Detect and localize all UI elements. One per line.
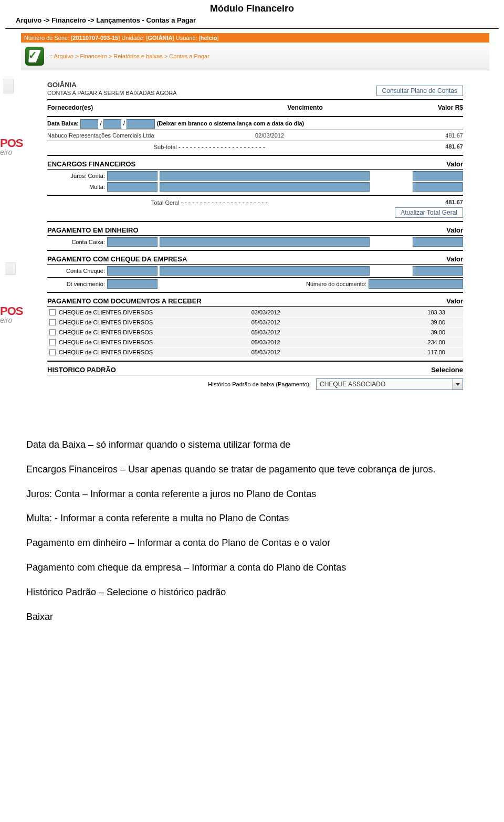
multa-desc-input[interactable] [160,182,370,192]
atualizar-total-button[interactable]: Atualizar Total Geral [395,207,463,218]
doc-row[interactable]: CHEQUE de CLIENTES DIVERSOS 05/03/2012 2… [47,338,463,347]
instr-line: Histórico Padrão – Selecione o histórico… [26,585,478,600]
decoration [5,262,16,275]
conta-cheque-valor-input[interactable] [413,266,463,276]
doc-name: CHEQUE de CLIENTES DIVERSOS [59,329,248,335]
encargos-title: ENCARGOS FINANCEIROS [47,160,135,168]
subtotal-value: 481.67 [372,143,463,151]
doc-path: Arquivo -> Financeiro -> Lançamentos - C… [16,16,504,24]
juros-label: Juros: Conta: [47,173,105,179]
doc-row[interactable]: CHEQUE de CLIENTES DIVERSOS 05/03/2012 3… [47,318,463,328]
chevron-down-icon[interactable] [452,379,463,389]
instr-line: Data da Baixa – só informar quando o sis… [26,437,478,452]
valor-label: Valor [446,255,463,263]
divider [5,28,499,29]
dt-venc-input[interactable] [107,279,158,289]
doc-row[interactable]: CHEQUE de CLIENTES DIVERSOS 05/03/2012 3… [47,328,463,338]
decoration [3,79,14,93]
instr-line: Encargos Financeiros – Usar apenas quand… [26,462,478,477]
dots: - - - - - - - - - - - - - - - - - - - - … [181,199,267,206]
fornecedor-date: 02/03/2012 [255,132,355,139]
hist-select-value: CHEQUE ASSOCIADO [317,381,452,388]
doc-date: 05/03/2012 [251,329,350,335]
multa-conta-input[interactable] [107,182,158,192]
fornecedor-name: Nabuco Representações Comerciais Ltda [47,132,238,139]
unit-label: Unidade: [121,35,144,41]
pag-cheque-title: PAGAMENTO COM CHEQUE DA EMPRESA [47,255,187,263]
doc-date: 03/03/2012 [251,309,350,315]
num-doc-label: Número do documento: [306,281,366,287]
col-fornecedor: Fornecedor(es) [47,104,238,111]
consultar-plano-button[interactable]: Consultar Plano de Contas [376,86,463,96]
serial-value: 20110707-093-15 [72,35,118,41]
wm-text: POS [0,136,17,150]
doc-date: 05/03/2012 [251,349,350,355]
col-vencimento: Vencimento [255,104,355,111]
juros-conta-input[interactable] [107,171,158,181]
dots: - - - - - - - - - - - - - - - - - - - - … [178,143,265,151]
subtotal-label: Sub-total [154,144,177,150]
serial-label: Número de Série: [24,35,69,41]
info-bar: Número de Série: [20110707-093-15] Unida… [21,33,489,43]
data-baixa-day-input[interactable] [80,119,98,129]
wm-text: eiro [0,316,17,324]
breadcrumb: :: Arquivo > Financeiro > Relatórios e b… [49,53,209,59]
conta-cheque-desc-input[interactable] [160,266,370,276]
pag-dinheiro-title: PAGAMENTO EM DINHEIRO [47,226,139,234]
conta-caixa-valor-input[interactable] [413,237,463,247]
conta-caixa-desc-input[interactable] [160,237,370,247]
doc-name: CHEQUE de CLIENTES DIVERSOS [59,319,248,325]
data-baixa-month-input[interactable] [103,119,121,129]
total-label: Total Geral [151,199,179,206]
instr-line: Juros: Conta – Informar a conta referent… [26,487,478,502]
wm-text: eiro [0,148,17,156]
instr-line: Pagamento em dinheiro – Informar a conta… [26,535,478,551]
app-logo-icon [25,47,44,66]
checkbox[interactable] [49,319,56,325]
docs-list: CHEQUE de CLIENTES DIVERSOS 03/03/2012 1… [47,308,463,357]
doc-value: 183.33 [353,309,461,315]
doc-row[interactable]: CHEQUE de CLIENTES DIVERSOS 05/03/2012 1… [47,347,463,357]
num-doc-input[interactable] [369,279,463,289]
valor-label: Valor [446,297,463,305]
conta-caixa-label: Conta Caixa: [47,239,105,245]
doc-name: CHEQUE de CLIENTES DIVERSOS [59,309,248,315]
doc-value: 117.00 [353,349,461,355]
dt-venc-label: Dt vencimento: [47,281,105,287]
valor-label: Valor [446,226,463,234]
unit-name: GOIÂNIA [47,81,177,89]
hist-select[interactable]: CHEQUE ASSOCIADO [316,378,463,390]
instr-line: Pagamento com cheque da empresa – Inform… [26,560,478,575]
hist-title: HISTORICO PADRÃO [47,366,116,374]
toolbar: :: Arquivo > Financeiro > Relatórios e b… [21,43,489,70]
instr-line: Baixar [26,609,478,625]
checkbox[interactable] [49,309,56,315]
checkbox[interactable] [49,329,56,335]
juros-desc-input[interactable] [160,171,370,181]
watermark: POS eiro [0,304,17,324]
checkbox[interactable] [49,339,56,345]
conta-cheque-input[interactable] [107,266,158,276]
hist-selecione: Selecione [431,366,463,374]
valor-label: Valor [446,160,463,168]
doc-value: 234.00 [353,339,461,345]
multa-valor-input[interactable] [413,182,463,192]
doc-value: 39.00 [353,329,461,335]
instructions: Data da Baixa – só informar quando o sis… [26,437,478,624]
data-baixa-year-input[interactable] [127,119,155,129]
doc-date: 05/03/2012 [251,319,350,325]
doc-name: CHEQUE de CLIENTES DIVERSOS [59,339,248,345]
wm-text: POS [0,304,17,318]
doc-title: Módulo Financeiro [0,3,504,14]
hist-label: Histórico Padrão de baixa (Pagamento): [47,381,311,387]
checkbox[interactable] [49,349,56,355]
fornecedor-value: 481.67 [372,132,463,139]
conta-cheque-label: Conta Cheque: [47,268,105,274]
doc-date: 05/03/2012 [251,339,350,345]
data-baixa-hint: (Deixar em branco o sistema lança com a … [157,120,304,127]
conta-caixa-input[interactable] [107,237,158,247]
total-value: 481.67 [372,199,463,206]
subtitle: CONTAS A PAGAR A SEREM BAIXADAS AGORA [47,90,177,96]
doc-row[interactable]: CHEQUE de CLIENTES DIVERSOS 03/03/2012 1… [47,308,463,318]
juros-valor-input[interactable] [413,171,463,181]
